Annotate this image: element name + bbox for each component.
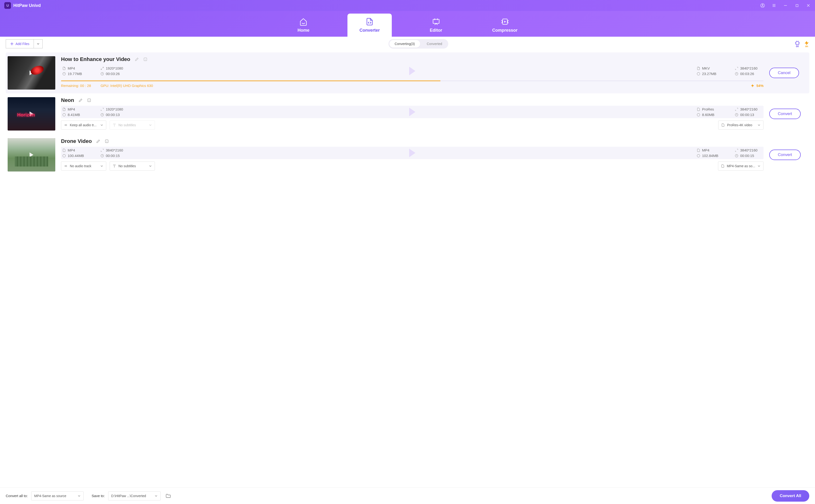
rename-button[interactable]	[78, 98, 83, 102]
rename-button[interactable]	[135, 57, 139, 61]
account-icon[interactable]	[760, 3, 765, 8]
close-button[interactable]	[806, 3, 811, 8]
plus-icon	[10, 42, 14, 45]
dst-format: ProRes	[702, 107, 714, 111]
hardware-accel-toggle[interactable]: on	[794, 40, 801, 48]
speed-badge: on	[805, 45, 808, 48]
info-icon	[87, 98, 91, 102]
nav-tab-home[interactable]: Home	[285, 14, 321, 37]
add-files-button[interactable]: Add Files	[6, 40, 34, 48]
convert-all-to-dropdown[interactable]: MP4-Same as source	[31, 491, 84, 500]
arrow-icon	[409, 108, 416, 116]
output-format-dropdown[interactable]: ProRes-4K video	[718, 121, 764, 130]
audio-track-dropdown[interactable]: Keep all audio tr...	[61, 121, 106, 130]
chevron-down-icon	[78, 494, 81, 497]
thumbnail[interactable]	[8, 138, 55, 171]
pencil-icon	[96, 139, 100, 143]
dst-resolution: 3840*2160	[740, 66, 758, 70]
add-files-dropdown[interactable]	[34, 40, 42, 48]
high-speed-toggle[interactable]: on	[804, 40, 809, 48]
thumbnail[interactable]	[8, 97, 55, 131]
output-format-value: ProRes-4K video	[727, 123, 752, 127]
minimize-button[interactable]	[783, 3, 788, 8]
open-folder-button[interactable]	[164, 492, 172, 500]
chevron-down-icon	[149, 124, 152, 126]
clock-icon	[735, 72, 738, 76]
convert-button[interactable]: Convert	[769, 150, 801, 160]
subtitle-dropdown[interactable]: No subtitles	[110, 161, 155, 171]
subtitle-dropdown[interactable]: No subtitles	[110, 121, 155, 130]
file-list: How to Enhance your Video MP4 1920*1080	[0, 51, 815, 487]
dst-resolution: 3840*2160	[740, 148, 758, 152]
clock-icon	[101, 113, 104, 116]
converter-icon	[365, 17, 374, 26]
cancel-button[interactable]: Cancel	[769, 68, 799, 78]
dst-format: MP4	[702, 148, 709, 152]
convert-all-button[interactable]: Convert All	[772, 490, 809, 502]
convert-button[interactable]: Convert	[769, 109, 801, 119]
save-to-value: D:\HitPaw ...\Converted	[111, 494, 146, 498]
info-button[interactable]	[105, 139, 109, 143]
nav-tab-editor[interactable]: Editor	[418, 14, 454, 37]
status-tab-converted[interactable]: Converted	[422, 40, 448, 48]
compressor-icon	[501, 17, 509, 26]
size-icon	[62, 154, 66, 157]
menu-icon[interactable]	[772, 3, 776, 8]
src-size: 19.77MB	[68, 72, 82, 76]
chevron-down-icon	[37, 42, 40, 45]
status-tab-converting[interactable]: Converting(3)	[389, 40, 420, 48]
output-format-dropdown[interactable]: MP4-Same as so...	[718, 161, 764, 171]
dst-size: 23.27MB	[702, 72, 716, 76]
nav-tab-converter[interactable]: Converter	[347, 14, 391, 37]
convert-all-to-label: Convert all to:	[6, 494, 28, 498]
nav-tab-compressor[interactable]: Compressor	[481, 14, 530, 37]
svg-rect-6	[796, 4, 798, 6]
folder-icon	[165, 493, 171, 499]
svg-rect-9	[433, 19, 439, 23]
svg-point-52	[63, 154, 66, 157]
file-icon	[697, 149, 700, 152]
nav-tab-label: Editor	[430, 28, 442, 33]
src-format: MP4	[68, 148, 75, 152]
info-icon	[105, 139, 109, 143]
nav-tab-label: Home	[297, 28, 309, 33]
dst-size: 8.60MB	[702, 113, 714, 117]
thumbnail[interactable]	[8, 56, 55, 90]
nav-tab-label: Converter	[359, 28, 379, 33]
app-title: HitPaw Univd	[13, 3, 41, 8]
arrow-icon	[409, 149, 416, 157]
subtitle-value: No subtitles	[118, 164, 136, 168]
info-button[interactable]	[87, 98, 91, 102]
src-resolution: 3840*2160	[106, 148, 123, 152]
dst-duration: 00:00:13	[740, 113, 754, 117]
maximize-button[interactable]	[795, 3, 799, 8]
file-item: Drone Video MP4 3840*2160 100.44MB 00:00…	[6, 134, 809, 175]
save-to-dropdown[interactable]: D:\HitPaw ...\Converted	[108, 491, 161, 500]
audio-track-value: Keep all audio tr...	[70, 123, 96, 127]
file-icon	[62, 149, 66, 152]
play-icon	[30, 111, 33, 116]
svg-line-28	[101, 69, 102, 70]
subtitle-icon	[113, 164, 116, 168]
chevron-down-icon	[758, 124, 760, 126]
src-duration: 00:00:15	[106, 154, 120, 158]
size-icon	[697, 154, 700, 157]
convert-all-to-value: MP4-Same as source	[34, 494, 66, 498]
size-icon	[697, 113, 700, 116]
rename-button[interactable]	[96, 139, 100, 143]
src-format: MP4	[68, 107, 75, 111]
chevron-down-icon	[758, 165, 760, 167]
svg-marker-34	[751, 84, 754, 87]
main-nav: Home Converter Editor Compressor	[0, 11, 815, 37]
logo-block: HitPaw Univd	[4, 2, 41, 9]
app-logo-icon	[4, 2, 11, 9]
src-size: 100.44MB	[68, 154, 84, 158]
clock-icon	[101, 154, 104, 157]
chevron-down-icon	[100, 165, 103, 167]
file-item: How to Enhance your Video MP4 1920*1080	[6, 52, 809, 93]
add-files-group: Add Files	[6, 39, 43, 48]
src-resolution: 1920*1080	[106, 107, 123, 111]
audio-track-dropdown[interactable]: No audio track	[61, 161, 106, 171]
info-button[interactable]	[143, 57, 147, 61]
resolution-icon	[101, 149, 104, 152]
